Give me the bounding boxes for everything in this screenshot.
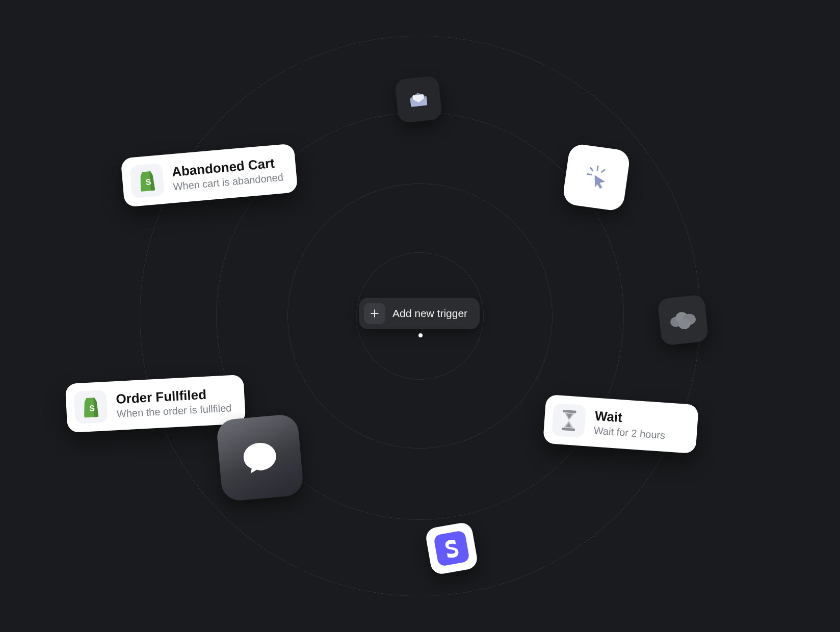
svg-line-7 [597,166,598,170]
svg-text:S: S [145,177,151,187]
card-text: Order Fullfiled When the order is fullfi… [116,385,232,420]
card-text: Abandoned Cart When cart is abandoned [171,155,284,193]
salesforce-cloud-icon [668,308,698,332]
cursor-click-icon [580,161,612,193]
center-anchor-dot [418,333,423,337]
svg-line-10 [602,169,605,172]
trigger-card-order-fulfilled[interactable]: S Order Fullfiled When the order is full… [65,375,246,433]
inbox-icon [408,91,429,108]
orbit-tile-stripe[interactable] [425,521,479,576]
orbit-tile-cursor-click[interactable] [562,143,631,212]
add-new-trigger-button[interactable]: Add new trigger [359,298,480,329]
orbit-tile-inbox[interactable] [395,75,443,124]
add-trigger-label: Add new trigger [392,307,467,320]
svg-line-9 [590,168,593,171]
trigger-card-wait[interactable]: Wait Wait for 2 hours [543,394,699,454]
hourglass-icon [552,403,586,438]
plus-icon [364,303,385,324]
stripe-s-icon [433,530,470,567]
trigger-orbit-canvas: Add new trigger S Abandoned Cart When ca… [0,0,840,632]
shopify-bag-icon: S [129,163,165,198]
shopify-bag-icon: S [74,390,108,424]
card-text: Wait Wait for 2 hours [593,408,667,441]
orbit-tile-message[interactable] [216,413,304,502]
svg-line-8 [588,174,592,175]
svg-text:S: S [89,404,95,413]
orbit-tile-salesforce[interactable] [657,294,708,346]
chat-bubble-icon [240,439,279,476]
trigger-card-abandoned-cart[interactable]: S Abandoned Cart When cart is abandoned [120,143,298,207]
